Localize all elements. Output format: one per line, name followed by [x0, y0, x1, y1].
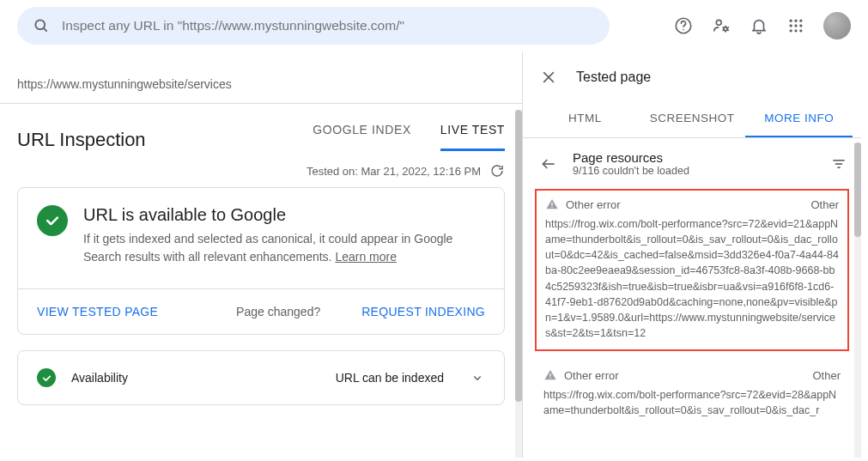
- availability-label: Availability: [71, 371, 128, 385]
- svg-point-3: [683, 29, 684, 31]
- error-label: Other error: [564, 369, 619, 382]
- refresh-icon[interactable]: [489, 163, 505, 179]
- svg-point-0: [35, 20, 45, 29]
- close-icon[interactable]: [540, 69, 557, 86]
- svg-point-7: [794, 20, 797, 22]
- svg-point-10: [794, 24, 797, 27]
- svg-point-8: [799, 20, 802, 22]
- svg-point-11: [799, 24, 802, 27]
- svg-point-14: [799, 29, 802, 32]
- url-inspect-search[interactable]: [17, 7, 610, 45]
- warning-icon: [543, 368, 557, 382]
- svg-point-4: [716, 20, 721, 25]
- inspected-url: https://www.mystunningwebsite/services: [0, 52, 522, 104]
- error-type: Other: [810, 198, 839, 211]
- check-circle-icon: [37, 368, 56, 387]
- svg-point-24: [549, 378, 550, 379]
- status-card: URL is available to Google If it gets in…: [17, 187, 505, 335]
- check-circle-icon: [37, 205, 68, 236]
- avatar[interactable]: [823, 12, 851, 39]
- help-icon[interactable]: [674, 16, 693, 35]
- bell-icon[interactable]: [750, 16, 768, 35]
- svg-point-12: [790, 29, 792, 32]
- chevron-down-icon[interactable]: [470, 370, 485, 385]
- tab-google-index[interactable]: GOOGLE INDEX: [313, 123, 411, 151]
- scrollbar[interactable]: [515, 110, 522, 458]
- error-item-highlighted[interactable]: Other error Other https://frog.wix.com/b…: [535, 189, 849, 351]
- panel-title: Tested page: [576, 70, 651, 85]
- svg-point-9: [790, 24, 792, 27]
- resources-sub: 9/116 couldn't be loaded: [573, 165, 689, 177]
- error-url: https://frog.wix.com/bolt-performance?sr…: [543, 387, 841, 418]
- svg-point-6: [790, 20, 792, 22]
- error-type: Other: [812, 369, 841, 382]
- svg-rect-23: [549, 373, 550, 377]
- search-input[interactable]: [62, 18, 594, 33]
- scrollbar[interactable]: [854, 143, 861, 458]
- svg-line-1: [44, 28, 47, 32]
- user-settings-icon[interactable]: [712, 16, 731, 35]
- tab-screenshot[interactable]: SCREENSHOT: [639, 103, 746, 137]
- back-icon[interactable]: [540, 155, 557, 173]
- search-icon: [33, 17, 50, 34]
- page-changed-text: Page changed?: [236, 305, 320, 318]
- view-tested-page-button[interactable]: VIEW TESTED PAGE: [37, 305, 158, 318]
- error-url: https://frog.wix.com/bolt-performance?sr…: [545, 216, 839, 341]
- availability-card[interactable]: Availability URL can be indexed: [17, 350, 505, 405]
- page-title: URL Inspection: [17, 129, 146, 151]
- error-label: Other error: [566, 198, 621, 211]
- error-item[interactable]: Other error Other https://frog.wix.com/b…: [535, 365, 849, 418]
- filter-icon[interactable]: [830, 155, 847, 173]
- svg-rect-21: [551, 203, 552, 206]
- tab-more-info[interactable]: MORE INFO: [745, 103, 853, 137]
- status-heading: URL is available to Google: [83, 205, 485, 225]
- svg-point-13: [794, 29, 797, 32]
- warning-icon: [545, 197, 559, 211]
- status-subtext: If it gets indexed and selected as canon…: [83, 230, 485, 266]
- tested-on-text: Tested on: Mar 21, 2022, 12:16 PM: [307, 165, 481, 178]
- tab-html[interactable]: HTML: [531, 103, 639, 137]
- tab-live-test[interactable]: LIVE TEST: [440, 123, 505, 151]
- svg-point-22: [551, 207, 552, 208]
- apps-icon[interactable]: [787, 17, 804, 34]
- learn-more-link[interactable]: Learn more: [335, 250, 397, 264]
- resources-title: Page resources: [573, 150, 689, 165]
- request-indexing-button[interactable]: REQUEST INDEXING: [361, 305, 485, 318]
- availability-status: URL can be indexed: [336, 371, 444, 385]
